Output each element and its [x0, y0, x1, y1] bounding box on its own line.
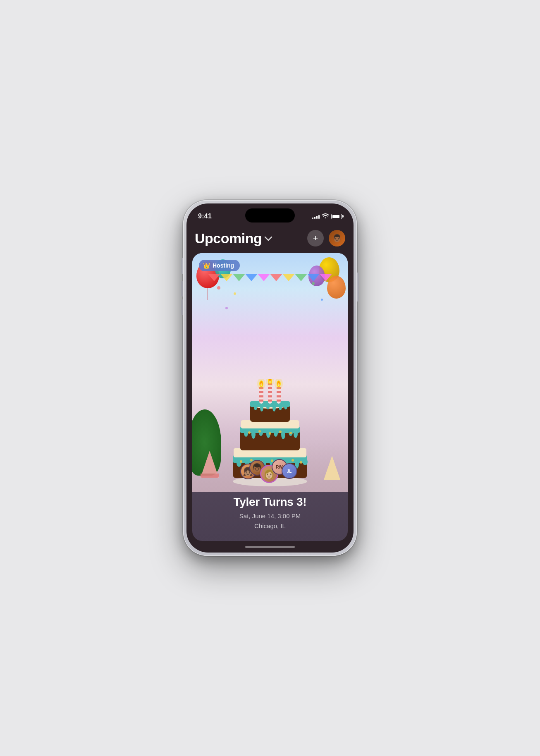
- svg-point-33: [258, 430, 261, 433]
- hosting-badge: 👑 Hosting: [199, 260, 240, 271]
- svg-point-51: [284, 404, 287, 409]
- attendees-stack: 👧🏽 👦🏾 👩🏼 RW JL: [240, 466, 300, 486]
- svg-point-28: [281, 429, 285, 439]
- status-time: 9:41: [198, 213, 212, 220]
- svg-point-30: [294, 430, 298, 438]
- bunting: [192, 274, 348, 282]
- background-scene: [192, 253, 348, 492]
- svg-point-46: [254, 404, 257, 410]
- svg-point-32: [248, 431, 251, 434]
- svg-point-66: [275, 379, 283, 390]
- event-image: 👑 Hosting: [192, 253, 348, 492]
- header-actions: + 👨🏾: [307, 230, 345, 246]
- event-date: Sat, June 14, 3:00 PM: [201, 511, 339, 521]
- add-event-button[interactable]: +: [307, 230, 324, 246]
- plus-icon: +: [313, 234, 318, 243]
- svg-point-35: [279, 431, 282, 433]
- svg-point-58: [257, 379, 265, 390]
- svg-point-27: [274, 429, 278, 437]
- svg-point-36: [289, 432, 292, 434]
- page-title: Upcoming: [195, 230, 262, 246]
- phone-screen: 9:41: [186, 203, 354, 553]
- event-details: Sat, June 14, 3:00 PM Chicago, IL: [201, 511, 339, 531]
- header: Upcoming + 👨🏾: [186, 226, 354, 253]
- svg-point-47: [260, 404, 263, 411]
- svg-point-50: [279, 404, 282, 410]
- hosting-label: Hosting: [213, 262, 234, 269]
- app-content: Upcoming + 👨🏾: [186, 226, 354, 541]
- battery-icon: [331, 214, 342, 219]
- home-indicator: [186, 541, 354, 553]
- attendee-5: JL: [282, 463, 297, 479]
- event-card-container: 👑 Hosting: [186, 253, 354, 541]
- crown-icon: 👑: [203, 262, 210, 269]
- battery-fill: [332, 215, 339, 218]
- dynamic-island: [245, 208, 295, 222]
- avatar-emoji: 👨🏾: [332, 234, 342, 243]
- event-location: Chicago, IL: [201, 521, 339, 531]
- home-bar: [245, 546, 295, 548]
- chevron-down-icon: [264, 234, 272, 244]
- wifi-icon: [322, 213, 329, 219]
- signal-icon: [312, 214, 320, 219]
- svg-point-34: [269, 432, 271, 435]
- svg-point-24: [251, 430, 256, 439]
- svg-point-48: [266, 404, 270, 409]
- attendees-section: 👧🏽 👦🏾 👩🏼 RW JL: [192, 461, 348, 489]
- svg-point-23: [244, 429, 248, 437]
- status-icons: [312, 213, 342, 219]
- profile-avatar-button[interactable]: 👨🏾: [329, 230, 345, 246]
- svg-point-49: [272, 404, 276, 411]
- header-title-group[interactable]: Upcoming: [195, 230, 272, 246]
- event-title: Tyler Turns 3!: [201, 495, 339, 509]
- phone-frame: 9:41: [183, 200, 357, 556]
- svg-point-62: [266, 379, 274, 387]
- event-card[interactable]: 👑 Hosting: [192, 253, 348, 541]
- event-info: Tyler Turns 3! Sat, June 14, 3:00 PM Chi…: [192, 492, 348, 541]
